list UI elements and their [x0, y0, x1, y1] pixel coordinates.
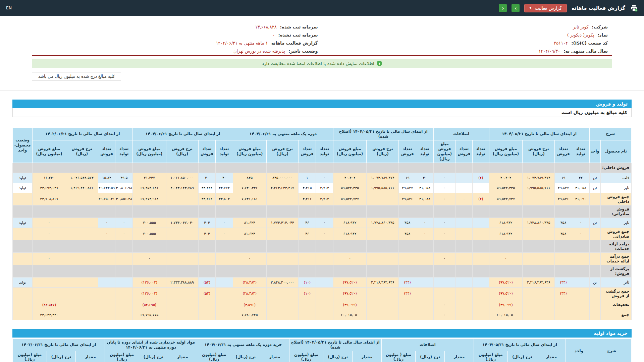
data-cell	[98, 240, 115, 252]
status-cell	[13, 252, 33, 265]
section-title-raw-materials: خرید مواد اولیه	[12, 329, 632, 338]
data-cell	[523, 310, 555, 320]
data-cell: ۰	[433, 228, 455, 240]
data-cell: ۲۰,۴۰۲	[489, 173, 523, 183]
group-header: از ابتدای سال مالی تا تاریخ ۱۴۰۳/۰۶/۳۱	[13, 339, 105, 351]
symbol-label: نماد:	[598, 33, 608, 38]
sub-column-header: تعداد فروش	[456, 140, 473, 163]
data-cell: (۱۲۶,۰۰۳)	[133, 287, 166, 300]
data-cell	[523, 300, 555, 310]
data-cell	[433, 240, 455, 252]
table-row: درآمد ارائه خدمات:	[13, 240, 632, 252]
production-sales-table-wrap: شرحاز ابتدای سال مالی تا تاریخ ۱۴۰۴/۰۵/۳…	[12, 128, 632, 320]
data-cell	[472, 287, 489, 300]
data-cell: ۱,۹۹۵,۵۸۵,۷۱۱	[523, 183, 555, 193]
data-cell	[316, 265, 333, 277]
data-cell: ۴۰۴	[198, 228, 216, 240]
data-cell	[216, 287, 233, 300]
data-cell: (۸۴,۵۲۷)	[33, 300, 66, 310]
data-cell	[166, 163, 198, 173]
sub-column-header: تعداد تولید	[472, 140, 489, 163]
data-cell: ۳۰,۸۰۶.۹۸	[115, 183, 133, 193]
data-cell	[115, 277, 133, 287]
sharh-header: شرح	[592, 339, 631, 362]
data-cell: ۰	[572, 218, 589, 228]
data-cell	[367, 265, 399, 277]
group-header: از ابتدای سال مالی تا تاریخ ۱۴۰۴/۰۵/۳۱	[474, 339, 566, 351]
data-cell	[216, 310, 233, 320]
data-cell	[416, 277, 434, 287]
status-cell: تولید	[13, 277, 33, 287]
company-info-box: شرکت: کویر تایر سرمایه ثبت شده: ۱۳,۶۶۸,۸…	[32, 23, 612, 56]
data-cell	[33, 163, 66, 173]
data-cell	[133, 205, 166, 218]
data-cell: ۰	[456, 193, 473, 205]
data-cell: ۲,۸۴۸,۳۰۰,۰۰۰	[266, 277, 299, 287]
data-cell	[523, 228, 555, 240]
data-cell	[523, 265, 555, 277]
data-cell	[472, 205, 489, 218]
group-header: دوره یک ماهه منتهی به ۱۴۰۴/۰۶/۳۱	[233, 128, 333, 140]
data-cell	[456, 287, 473, 300]
data-cell: ۷۰۰,۵۵۵	[133, 218, 166, 228]
sub-column-header: مبلغ (میلیون ریال)	[474, 351, 507, 362]
production-sales-table: شرحاز ابتدای سال مالی تا تاریخ ۱۴۰۴/۰۵/۳…	[12, 128, 632, 320]
data-cell: ۰	[133, 252, 166, 265]
data-cell	[523, 205, 555, 218]
data-cell: ۳,۴۱۶	[299, 193, 316, 205]
info-cell: سرمایه ثبت نشده: ۰	[32, 31, 322, 39]
print-icon-svg	[630, 4, 638, 12]
data-cell	[416, 163, 434, 173]
data-cell	[433, 277, 455, 287]
sub-column-header: تعداد تولید	[216, 140, 233, 163]
data-cell: (۴۴)	[399, 277, 416, 287]
data-cell	[33, 205, 66, 218]
amounts-unit-note: کلیه مبالغ به میلیون ریال است	[12, 108, 632, 117]
data-cell	[66, 240, 98, 252]
language-toggle[interactable]: EN	[6, 6, 12, 10]
data-cell: (۲۸,۴۸۳)	[233, 277, 266, 287]
data-cell	[472, 183, 489, 193]
report-type-dropdown[interactable]: گزارش فعالیت ▼	[524, 4, 567, 12]
sub-column-header: تعداد تولید	[572, 140, 589, 163]
data-cell: ۳۱,۰۹۰	[572, 193, 589, 205]
data-cell	[472, 218, 489, 228]
table-row: فلپتن۳۲۱۹۱,۰۷۳,۷۸۹,۴۷۴۲۰,۴۰۲(۲)۰۳۰۱۹۱,۰۷…	[13, 173, 632, 183]
data-cell: ۸۳۵	[233, 173, 266, 183]
data-cell	[523, 163, 555, 173]
data-cell	[399, 300, 416, 310]
data-cell	[433, 205, 455, 218]
data-cell: ۰	[433, 310, 455, 320]
data-cell: ۰	[115, 228, 133, 240]
issuer-status-value: پذیرفته شده در بورس تهران	[233, 49, 285, 54]
isic-label: کد صنعت (ISIC):	[571, 41, 608, 46]
section-label: فروش داخلی:	[600, 163, 631, 173]
header-divider	[0, 90, 644, 91]
row-label: جمع	[600, 310, 631, 320]
table-row: جمع فروش داخلی۳۱,۰۹۰۲۹,۸۴۶۵۹,۵۴۲,۷۳۷(۲)۰…	[13, 193, 632, 205]
company-value: کویر تایر	[573, 24, 588, 29]
sub-column-header: تعداد فروش	[98, 140, 115, 163]
row-label: جمع درآمد ارائه خدمات	[600, 252, 631, 265]
data-cell: ۱,۷۲۸,۸۶۰,۳۳۵	[367, 218, 399, 228]
data-cell: ۵۹,۵۲۲,۳۳۵	[333, 183, 367, 193]
data-cell	[166, 205, 198, 218]
next-period-button[interactable]: ›	[512, 4, 520, 12]
sub-column-header: مقدار	[352, 351, 381, 362]
data-cell: ۱۹	[555, 173, 572, 183]
sub-column-header: نرخ (ریال)	[508, 351, 537, 362]
sub-column-header: مقدار	[168, 351, 197, 362]
sub-column-header: مبلغ ( میلیون ریال)	[381, 351, 415, 362]
data-cell	[266, 163, 299, 173]
data-cell	[98, 287, 115, 300]
status-cell	[13, 205, 33, 218]
status-cell: تولید	[13, 218, 33, 228]
data-cell: ۶۱۸,۹۳۲	[333, 218, 367, 228]
data-cell	[416, 310, 434, 320]
prev-period-button[interactable]: ‹	[499, 4, 507, 12]
data-cell	[198, 205, 216, 218]
data-cell	[572, 265, 589, 277]
data-cell: ۸۱,۶۲۳	[233, 228, 266, 240]
print-icon[interactable]	[630, 4, 638, 12]
status-header: وضعیت محصول-واحد	[13, 128, 33, 163]
